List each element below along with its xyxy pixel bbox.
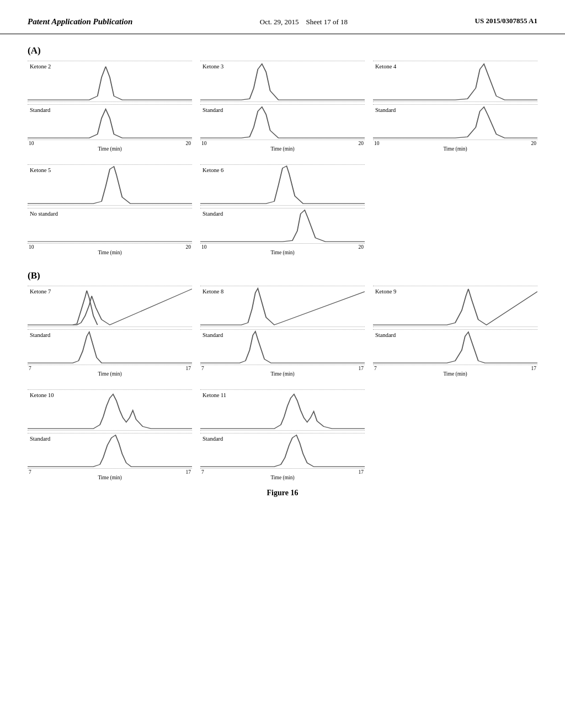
ketone10-bottom-panel: Standard	[28, 433, 192, 469]
ketone5-label: Ketone 5	[30, 167, 51, 173]
ketone2-std-label: Standard	[30, 107, 50, 113]
pub-date: Oct. 29, 2015	[260, 18, 299, 26]
ketone7-label: Ketone 7	[30, 288, 51, 295]
ketone4-bottom-panel: Standard	[373, 104, 537, 140]
ketone3-bottom-panel: Standard	[200, 104, 365, 140]
ketone6-xaxis: 1020	[200, 244, 365, 250]
ketone2-col: Ketone 2 Standard 1020 Time (min)	[28, 61, 192, 152]
ketone5-bottom-panel: No standard	[28, 208, 192, 244]
ketone10-xtitle: Time (min)	[28, 475, 192, 480]
ketone10-label: Ketone 10	[30, 392, 54, 398]
ketone8-xtitle: Time (min)	[200, 371, 365, 377]
ketone6-col: Ketone 6 Standard 1020 Time (min)	[200, 164, 365, 255]
ketone6-xtitle: Time (min)	[200, 250, 365, 255]
figure-caption: Figure 16	[28, 489, 537, 497]
ketone10-col: Ketone 10 Standard 717 Time (min)	[28, 389, 192, 480]
main-content: (A) Ketone 2 Standard 1020 Time (min)	[0, 40, 565, 508]
section-b-row2-empty	[373, 389, 537, 480]
section-a-row1: Ketone 2 Standard 1020 Time (min) Ketone…	[28, 61, 537, 152]
ketone11-std-label: Standard	[202, 436, 223, 442]
ketone4-top-panel: Ketone 4	[373, 61, 537, 102]
ketone9-top-panel: Ketone 9	[373, 286, 537, 327]
ketone6-std-label: Standard	[202, 211, 223, 217]
ketone8-top-panel: Ketone 8	[200, 286, 365, 327]
ketone7-top-panel: Ketone 7	[28, 286, 192, 327]
ketone10-std-label: Standard	[30, 436, 50, 442]
ketone5-top-panel: Ketone 5	[28, 164, 192, 206]
ketone7-col: Ketone 7 Standard 717 Time (min)	[28, 286, 192, 377]
ketone11-xaxis: 717	[200, 469, 365, 475]
ketone3-xaxis: 1020	[200, 141, 365, 146]
ketone2-xtitle: Time (min)	[28, 146, 192, 152]
ketone2-top-panel: Ketone 2	[28, 61, 192, 102]
ketone4-xaxis: 1020	[373, 141, 537, 146]
ketone8-xaxis: 717	[200, 366, 365, 371]
ketone11-xtitle: Time (min)	[200, 475, 365, 480]
ketone11-col: Ketone 11 Standard 717 Time (min)	[200, 389, 365, 480]
ketone6-label: Ketone 6	[202, 167, 223, 173]
ketone8-bottom-panel: Standard	[200, 329, 365, 365]
ketone4-xtitle: Time (min)	[373, 146, 537, 152]
ketone7-bottom-panel: Standard	[28, 329, 192, 365]
ketone11-bottom-panel: Standard	[200, 433, 365, 469]
page-header: Patent Application Publication Oct. 29, …	[0, 0, 565, 34]
ketone7-xaxis: 717	[28, 366, 192, 371]
ketone5-xtitle: Time (min)	[28, 250, 192, 255]
section-a-row2: Ketone 5 No standard 1020 Time (min) Ket…	[28, 164, 537, 255]
ketone9-std-label: Standard	[375, 332, 396, 338]
ketone9-xaxis: 717	[373, 366, 537, 371]
ketone2-label: Ketone 2	[30, 63, 51, 69]
ketone7-xtitle: Time (min)	[28, 371, 192, 377]
ketone9-label: Ketone 9	[375, 288, 396, 295]
ketone9-xtitle: Time (min)	[373, 371, 537, 377]
ketone3-label: Ketone 3	[202, 63, 223, 69]
ketone5-std-label: No standard	[30, 211, 58, 217]
ketone6-bottom-panel: Standard	[200, 208, 365, 244]
ketone8-col: Ketone 8 Standard 717 Time (min)	[200, 286, 365, 377]
ketone7-std-label: Standard	[30, 332, 50, 338]
section-b-row1: Ketone 7 Standard 717 Time (min)	[28, 286, 537, 377]
ketone8-std-label: Standard	[202, 332, 223, 338]
ketone3-std-label: Standard	[202, 107, 223, 113]
section-b-label: (B)	[28, 270, 537, 281]
ketone10-top-panel: Ketone 10	[28, 389, 192, 431]
ketone9-col: Ketone 9 Standard 717 Time (min)	[373, 286, 537, 377]
ketone6-top-panel: Ketone 6	[200, 164, 365, 206]
ketone10-xaxis: 717	[28, 469, 192, 475]
ketone3-top-panel: Ketone 3	[200, 61, 365, 102]
header-info: Oct. 29, 2015 Sheet 17 of 18	[260, 17, 348, 28]
ketone4-col: Ketone 4 Standard 1020 Time (min)	[373, 61, 537, 152]
patent-number: US 2015/0307855 A1	[475, 17, 537, 25]
ketone5-col: Ketone 5 No standard 1020 Time (min)	[28, 164, 192, 255]
section-a-label: (A)	[28, 45, 537, 56]
ketone4-label: Ketone 4	[375, 63, 396, 69]
publication-title: Patent Application Publication	[28, 17, 132, 28]
ketone11-label: Ketone 11	[202, 392, 226, 398]
ketone5-xaxis: 1020	[28, 244, 192, 250]
ketone3-xtitle: Time (min)	[200, 146, 365, 152]
ketone4-std-label: Standard	[375, 107, 396, 113]
ketone2-bottom-panel: Standard	[28, 104, 192, 140]
section-a-row2-empty	[373, 164, 537, 255]
ketone9-bottom-panel: Standard	[373, 329, 537, 365]
ketone11-top-panel: Ketone 11	[200, 389, 365, 431]
sheet-info: Sheet 17 of 18	[306, 18, 348, 26]
section-b-row2: Ketone 10 Standard 717 Time (min) Ketone…	[28, 389, 537, 480]
ketone2-xaxis: 1020	[28, 141, 192, 146]
ketone3-col: Ketone 3 Standard 1020 Time (min)	[200, 61, 365, 152]
ketone8-label: Ketone 8	[202, 288, 223, 295]
